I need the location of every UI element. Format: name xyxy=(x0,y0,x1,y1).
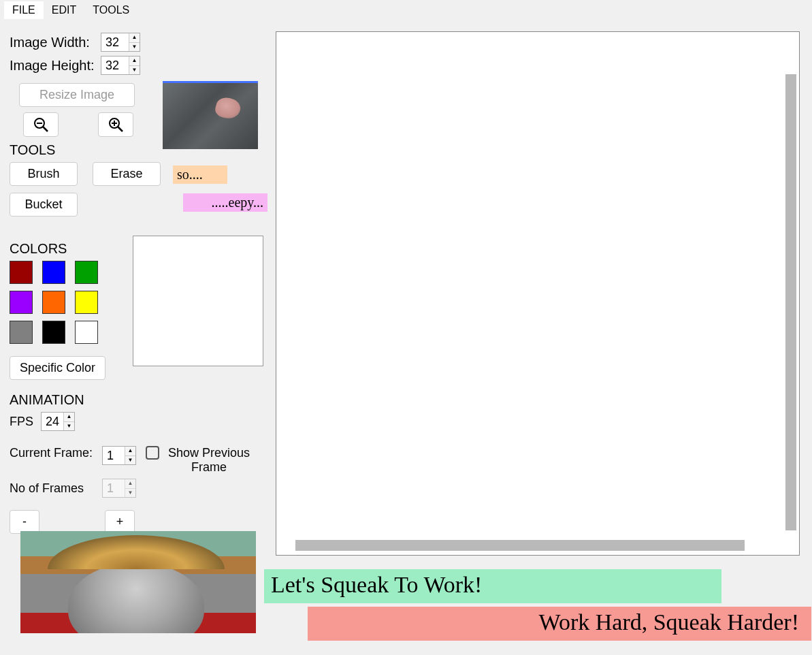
image-width-label: Image Width: xyxy=(10,35,101,50)
color-yellow[interactable] xyxy=(75,291,98,314)
menu-edit[interactable]: EDIT xyxy=(44,1,84,19)
image-width-down-icon[interactable]: ▼ xyxy=(129,43,140,52)
menu-bar: FILE EDIT TOOLS xyxy=(0,0,812,20)
image-height-down-icon[interactable]: ▼ xyxy=(129,66,140,75)
nframes-input xyxy=(103,479,125,497)
color-purple[interactable] xyxy=(10,291,33,314)
color-black[interactable] xyxy=(42,321,65,344)
menu-tools[interactable]: TOOLS xyxy=(84,1,137,19)
fps-up-icon[interactable]: ▲ xyxy=(64,413,74,422)
drawing-canvas[interactable] xyxy=(276,31,800,556)
vertical-scrollbar[interactable] xyxy=(785,74,796,530)
zoom-out-button[interactable] xyxy=(23,112,59,137)
nframes-spinner[interactable]: ▲ ▼ xyxy=(102,479,136,498)
color-green[interactable] xyxy=(75,261,98,284)
horizontal-scrollbar[interactable] xyxy=(295,540,745,551)
menu-file[interactable]: FILE xyxy=(4,1,44,19)
image-width-input[interactable] xyxy=(101,33,129,51)
fps-input[interactable] xyxy=(42,413,63,430)
add-frame-button[interactable]: + xyxy=(105,510,135,534)
svg-line-1 xyxy=(43,127,48,131)
image-height-up-icon[interactable]: ▲ xyxy=(129,57,140,66)
sleepy-chinchilla-image xyxy=(163,81,258,149)
brush-button[interactable]: Brush xyxy=(10,162,78,186)
color-gray[interactable] xyxy=(10,321,33,344)
erase-button[interactable]: Erase xyxy=(93,162,161,186)
image-width-up-icon[interactable]: ▲ xyxy=(129,33,140,43)
remove-frame-button[interactable]: - xyxy=(10,510,39,534)
specific-color-button[interactable]: Specific Color xyxy=(10,356,105,380)
color-blue[interactable] xyxy=(42,261,65,284)
current-frame-label: Current Frame: xyxy=(10,446,102,460)
speech-so: so.... xyxy=(173,165,227,184)
nframes-down-icon[interactable]: ▼ xyxy=(125,489,135,498)
current-frame-spinner[interactable]: ▲ ▼ xyxy=(102,446,136,465)
banner-green: Let's Squeak To Work! xyxy=(264,569,721,603)
zoom-in-button[interactable] xyxy=(98,112,133,137)
speech-eepy: .....eepy... xyxy=(183,193,267,212)
animation-heading: ANIMATION xyxy=(10,392,268,408)
image-height-label: Image Height: xyxy=(10,58,101,74)
svg-line-4 xyxy=(118,127,123,131)
bucket-button[interactable]: Bucket xyxy=(10,193,78,217)
resize-image-button[interactable]: Resize Image xyxy=(19,83,135,107)
fps-down-icon[interactable]: ▼ xyxy=(64,422,74,431)
zoom-in-icon xyxy=(108,116,124,133)
current-frame-down-icon[interactable]: ▼ xyxy=(125,456,135,465)
fps-label: FPS xyxy=(10,415,41,429)
image-height-spinner[interactable]: ▲ ▼ xyxy=(101,56,140,75)
current-frame-input[interactable] xyxy=(103,447,125,464)
image-width-spinner[interactable]: ▲ ▼ xyxy=(101,33,140,52)
nframes-label: No of Frames xyxy=(10,481,102,496)
show-previous-frame-checkbox[interactable] xyxy=(146,446,159,460)
color-white[interactable] xyxy=(75,321,98,344)
hat-chinchilla-image xyxy=(20,531,256,633)
zoom-out-icon xyxy=(33,116,49,133)
color-orange[interactable] xyxy=(42,291,65,314)
banner-red: Work Hard, Squeak Harder! xyxy=(308,607,811,641)
fps-spinner[interactable]: ▲ ▼ xyxy=(41,412,75,431)
current-frame-up-icon[interactable]: ▲ xyxy=(125,447,135,456)
nframes-up-icon[interactable]: ▲ xyxy=(125,479,135,489)
show-previous-frame-label: Show Previous Frame xyxy=(165,446,253,475)
image-height-input[interactable] xyxy=(101,57,129,74)
color-dark-red[interactable] xyxy=(10,261,33,284)
brush-preview-box xyxy=(133,236,263,366)
